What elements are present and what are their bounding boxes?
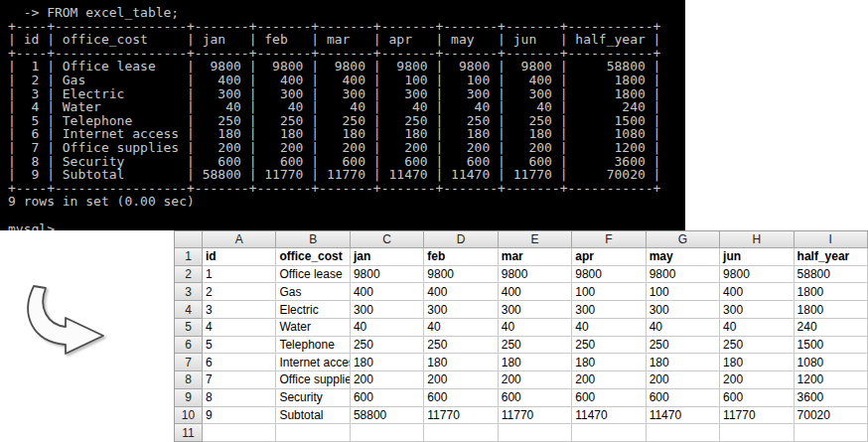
row-header-3[interactable]: 3 bbox=[175, 283, 203, 301]
cell-C7[interactable]: 180 bbox=[351, 354, 424, 371]
cell-H5[interactable]: 40 bbox=[720, 319, 794, 337]
cell-I7[interactable]: 1080 bbox=[795, 354, 868, 371]
cell-F10[interactable]: 11470 bbox=[572, 407, 646, 425]
cell-E3[interactable]: 400 bbox=[499, 283, 572, 301]
cell-C2[interactable]: 9800 bbox=[351, 266, 424, 284]
cell-E6[interactable]: 250 bbox=[499, 337, 572, 355]
cell-F2[interactable]: 9800 bbox=[572, 266, 646, 284]
cell-G5[interactable]: 40 bbox=[647, 319, 720, 337]
row-header-11[interactable]: 11 bbox=[175, 424, 203, 442]
column-header-A[interactable]: A bbox=[203, 231, 276, 248]
cell-G11[interactable] bbox=[647, 424, 720, 442]
row-header-5[interactable]: 5 bbox=[175, 319, 203, 337]
cell-H9[interactable]: 600 bbox=[720, 389, 794, 407]
column-header-I[interactable]: I bbox=[795, 231, 868, 248]
cell-B11[interactable] bbox=[276, 424, 350, 442]
cell-A6[interactable]: 5 bbox=[203, 337, 276, 355]
terminal-window[interactable]: -> FROM excel_table; +----+-------------… bbox=[0, 0, 685, 230]
cell-D4[interactable]: 300 bbox=[424, 301, 498, 319]
cell-E5[interactable]: 40 bbox=[499, 319, 572, 337]
cell-C8[interactable]: 200 bbox=[351, 371, 424, 389]
cell-I10[interactable]: 70020 bbox=[795, 407, 868, 425]
row-header-8[interactable]: 8 bbox=[175, 371, 203, 389]
row-header-7[interactable]: 7 bbox=[175, 354, 203, 371]
cell-A4[interactable]: 3 bbox=[203, 301, 276, 319]
cell-H11[interactable] bbox=[720, 424, 794, 442]
cell-C9[interactable]: 600 bbox=[351, 389, 424, 407]
cell-I3[interactable]: 1800 bbox=[795, 283, 868, 301]
select-all-corner[interactable] bbox=[175, 231, 203, 248]
cell-D6[interactable]: 250 bbox=[424, 337, 498, 355]
cell-C4[interactable]: 300 bbox=[351, 301, 424, 319]
cell-C10[interactable]: 58800 bbox=[351, 407, 424, 425]
cell-G1[interactable]: may bbox=[647, 248, 720, 266]
cell-A9[interactable]: 8 bbox=[203, 389, 276, 407]
cell-D11[interactable] bbox=[424, 424, 498, 442]
cell-D5[interactable]: 40 bbox=[424, 319, 498, 337]
cell-H6[interactable]: 250 bbox=[720, 337, 794, 355]
cell-I5[interactable]: 240 bbox=[795, 319, 868, 337]
cell-E11[interactable] bbox=[499, 424, 572, 442]
cell-G8[interactable]: 200 bbox=[647, 371, 720, 389]
cell-F6[interactable]: 250 bbox=[572, 337, 646, 355]
cell-A3[interactable]: 2 bbox=[203, 283, 276, 301]
cell-B9[interactable]: Security bbox=[276, 389, 350, 407]
column-header-E[interactable]: E bbox=[499, 231, 572, 248]
cell-B4[interactable]: Electric bbox=[276, 301, 350, 319]
cell-H4[interactable]: 300 bbox=[720, 301, 794, 319]
cell-D2[interactable]: 9800 bbox=[424, 266, 498, 284]
cell-A5[interactable]: 4 bbox=[203, 319, 276, 337]
cell-E2[interactable]: 9800 bbox=[499, 266, 572, 284]
cell-G4[interactable]: 300 bbox=[647, 301, 720, 319]
column-header-H[interactable]: H bbox=[720, 231, 794, 248]
cell-C3[interactable]: 400 bbox=[351, 283, 424, 301]
cell-B2[interactable]: Office lease bbox=[276, 266, 350, 284]
cell-D7[interactable]: 180 bbox=[424, 354, 498, 371]
cell-D1[interactable]: feb bbox=[424, 248, 498, 266]
cell-H1[interactable]: jun bbox=[720, 248, 794, 266]
cell-F7[interactable]: 180 bbox=[572, 354, 646, 371]
column-header-D[interactable]: D bbox=[424, 231, 498, 248]
cell-I8[interactable]: 1200 bbox=[795, 371, 868, 389]
cell-B3[interactable]: Gas bbox=[276, 283, 350, 301]
cell-G6[interactable]: 250 bbox=[647, 337, 720, 355]
row-header-4[interactable]: 4 bbox=[175, 301, 203, 319]
row-header-2[interactable]: 2 bbox=[175, 266, 203, 284]
cell-E9[interactable]: 600 bbox=[499, 389, 572, 407]
cell-G10[interactable]: 11470 bbox=[647, 407, 720, 425]
row-header-9[interactable]: 9 bbox=[175, 389, 203, 407]
cell-A11[interactable] bbox=[203, 424, 276, 442]
cell-F3[interactable]: 100 bbox=[572, 283, 646, 301]
cell-F5[interactable]: 40 bbox=[572, 319, 646, 337]
cell-F8[interactable]: 200 bbox=[572, 371, 646, 389]
column-header-C[interactable]: C bbox=[351, 231, 424, 248]
cell-B5[interactable]: Water bbox=[276, 319, 350, 337]
cell-E10[interactable]: 11770 bbox=[499, 407, 572, 425]
cell-A7[interactable]: 6 bbox=[203, 354, 276, 371]
cell-C5[interactable]: 40 bbox=[351, 319, 424, 337]
cell-I1[interactable]: half_year bbox=[795, 248, 868, 266]
row-header-1[interactable]: 1 bbox=[175, 248, 203, 266]
cell-G2[interactable]: 9800 bbox=[647, 266, 720, 284]
cell-B6[interactable]: Telephone bbox=[276, 337, 350, 355]
cell-G3[interactable]: 100 bbox=[647, 283, 720, 301]
cell-C11[interactable] bbox=[351, 424, 424, 442]
cell-D10[interactable]: 11770 bbox=[424, 407, 498, 425]
cell-C1[interactable]: jan bbox=[351, 248, 424, 266]
cell-H7[interactable]: 180 bbox=[720, 354, 794, 371]
cell-A10[interactable]: 9 bbox=[203, 407, 276, 425]
cell-B10[interactable]: Subtotal bbox=[276, 407, 350, 425]
cell-E4[interactable]: 300 bbox=[499, 301, 572, 319]
cell-C6[interactable]: 250 bbox=[351, 337, 424, 355]
cell-B8[interactable]: Office supplies bbox=[276, 371, 350, 389]
cell-F1[interactable]: apr bbox=[572, 248, 646, 266]
cell-I9[interactable]: 3600 bbox=[795, 389, 868, 407]
cell-D3[interactable]: 400 bbox=[424, 283, 498, 301]
cell-F9[interactable]: 600 bbox=[572, 389, 646, 407]
cell-H2[interactable]: 9800 bbox=[720, 266, 794, 284]
cell-I2[interactable]: 58800 bbox=[795, 266, 868, 284]
cell-G7[interactable]: 180 bbox=[647, 354, 720, 371]
cell-A8[interactable]: 7 bbox=[203, 371, 276, 389]
cell-D9[interactable]: 600 bbox=[424, 389, 498, 407]
cell-H8[interactable]: 200 bbox=[720, 371, 794, 389]
